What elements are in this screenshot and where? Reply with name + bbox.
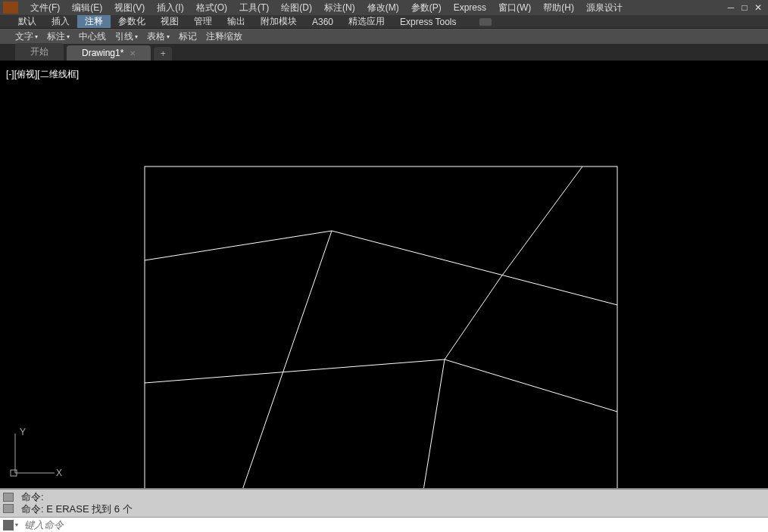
panel-centerline[interactable]: 中心线 — [74, 30, 111, 43]
panel-text[interactable]: 文字▾ — [11, 30, 42, 43]
window-controls: ─ □ ✕ — [726, 2, 763, 13]
ribbon-panel: 文字▾ 标注▾ 中心线 引线▾ 表格▾ 标记 注释缩放 — [0, 29, 768, 44]
menu-edit[interactable]: 编辑(E) — [66, 2, 108, 14]
drawing-viewport[interactable]: [-][俯视][二维线框] Y X — [0, 61, 768, 488]
tab-manage[interactable]: 管理 — [186, 15, 220, 28]
panel-anno-scale[interactable]: 注释缩放 — [201, 30, 247, 43]
command-history: 命令: 命令: E ERASE 找到 6 个 — [0, 490, 768, 517]
doc-tab-drawing1[interactable]: Drawing1*✕ — [67, 45, 151, 61]
menu-draw[interactable]: 绘图(D) — [275, 2, 318, 14]
panel-dimension[interactable]: 标注▾ — [42, 30, 74, 43]
menu-file[interactable]: 文件(F) — [24, 2, 66, 14]
drawing-canvas[interactable] — [0, 61, 768, 488]
svg-line-2 — [332, 231, 617, 305]
command-input-row: ▾ — [0, 517, 768, 532]
command-input[interactable] — [21, 518, 768, 532]
menu-yuanquan[interactable]: 源泉设计 — [580, 2, 629, 14]
ribbon-tabs: 默认 插入 注释 参数化 视图 管理 输出 附加模块 A360 精选应用 Exp… — [0, 15, 768, 29]
menu-view[interactable]: 视图(V) — [108, 2, 151, 14]
app-icon[interactable] — [3, 2, 18, 14]
svg-line-1 — [145, 231, 332, 260]
command-prompt-icon[interactable]: ▾ — [0, 520, 21, 530]
panel-markup[interactable]: 标记 — [174, 30, 201, 43]
panel-leader[interactable]: 引线▾ — [111, 30, 142, 43]
maximize-icon[interactable]: □ — [739, 2, 750, 13]
svg-line-3 — [145, 359, 445, 383]
tab-annotate[interactable]: 注释 — [77, 15, 111, 28]
svg-line-4 — [445, 359, 617, 412]
svg-line-8 — [500, 166, 582, 278]
minimize-icon[interactable]: ─ — [726, 2, 736, 13]
command-history-line: 命令: E ERASE 找到 6 个 — [21, 503, 763, 515]
menu-parametric[interactable]: 参数(P) — [405, 2, 448, 14]
command-area: 命令: 命令: E ERASE 找到 6 个 ▾ — [0, 488, 768, 532]
ucs-icon[interactable]: Y X — [9, 428, 62, 481]
ucs-y-label: Y — [20, 428, 26, 437]
tab-featured[interactable]: 精选应用 — [341, 15, 392, 28]
svg-line-5 — [233, 231, 332, 488]
svg-rect-0 — [145, 166, 617, 488]
tab-express-tools[interactable]: Express Tools — [392, 15, 464, 28]
doc-tab-start[interactable]: 开始 — [15, 43, 64, 61]
command-handle[interactable] — [3, 491, 14, 514]
tab-insert[interactable]: 插入 — [44, 15, 77, 28]
menu-dimension[interactable]: 标注(N) — [318, 2, 361, 14]
svg-line-6 — [419, 359, 445, 488]
panel-table[interactable]: 表格▾ — [142, 30, 174, 43]
new-tab-button[interactable]: + — [154, 47, 172, 61]
menu-help[interactable]: 帮助(H) — [537, 2, 580, 14]
panel-toggle-icon[interactable] — [479, 18, 492, 26]
tab-default[interactable]: 默认 — [11, 15, 44, 28]
tab-addins[interactable]: 附加模块 — [253, 15, 304, 28]
menu-express[interactable]: Express — [448, 2, 492, 13]
menu-window[interactable]: 窗口(W) — [492, 2, 537, 14]
svg-line-7 — [445, 278, 500, 359]
menu-format[interactable]: 格式(O) — [190, 2, 233, 14]
close-tab-icon[interactable]: ✕ — [130, 49, 136, 58]
tab-parametric[interactable]: 参数化 — [111, 15, 153, 28]
menubar: 文件(F) 编辑(E) 视图(V) 插入(I) 格式(O) 工具(T) 绘图(D… — [0, 0, 768, 15]
ucs-x-label: X — [56, 468, 62, 478]
close-icon[interactable]: ✕ — [753, 2, 763, 13]
document-tabs: 开始 Drawing1*✕ + — [0, 44, 768, 61]
menu-modify[interactable]: 修改(M) — [361, 2, 405, 14]
menu-tools[interactable]: 工具(T) — [233, 2, 275, 14]
command-history-line: 命令: — [21, 491, 763, 503]
tab-output[interactable]: 输出 — [220, 15, 253, 28]
menu-insert[interactable]: 插入(I) — [151, 2, 189, 14]
tab-view[interactable]: 视图 — [153, 15, 186, 28]
tab-a360[interactable]: A360 — [304, 15, 341, 28]
